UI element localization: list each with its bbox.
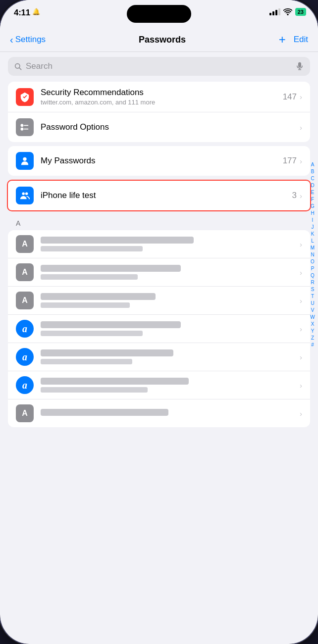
alpha-M[interactable]: M	[309, 245, 316, 251]
alphabet-index: A B C D E F G H I J K L M N O P Q R S T	[309, 161, 316, 348]
iphone-life-count: 3	[292, 191, 297, 200]
password-item-3[interactable]: A ›	[8, 287, 310, 315]
search-bar[interactable]: Search	[8, 57, 310, 76]
edit-button[interactable]: Edit	[294, 35, 308, 45]
alpha-A[interactable]: A	[309, 161, 316, 168]
password-name-4	[41, 321, 181, 328]
password-item-6[interactable]: a ›	[8, 371, 310, 399]
password-chevron-7: ›	[300, 409, 302, 418]
password-url-3	[41, 302, 130, 308]
password-name-2	[41, 265, 181, 272]
password-content-5	[41, 349, 296, 364]
page-title: Passwords	[139, 35, 186, 45]
svg-line-1	[19, 68, 21, 70]
password-chevron-2: ›	[300, 268, 302, 277]
alpha-B[interactable]: B	[309, 168, 316, 175]
alpha-S[interactable]: S	[309, 286, 316, 293]
alpha-J[interactable]: J	[309, 224, 316, 230]
amazon-a-icon: a	[22, 323, 27, 335]
alpha-D[interactable]: D	[309, 182, 316, 189]
security-recommendations-item[interactable]: Security Recommendations twitter.com, am…	[8, 82, 310, 112]
avatar-a-3: A	[16, 292, 34, 309]
amazon-a-icon-5: a	[22, 351, 27, 363]
alpha-C[interactable]: C	[309, 175, 316, 182]
status-right: 23	[269, 8, 306, 16]
security-count: 147	[283, 92, 297, 102]
password-item-7[interactable]: A ›	[8, 399, 310, 427]
back-chevron-icon: ‹	[10, 35, 13, 45]
password-url-2	[41, 274, 138, 280]
iphone-life-card[interactable]: iPhone life test 3 ›	[7, 180, 311, 211]
password-url-1	[41, 246, 143, 251]
microphone-icon[interactable]	[295, 62, 304, 71]
password-options-item[interactable]: Password Options ›	[8, 112, 310, 142]
alpha-I[interactable]: I	[309, 217, 316, 223]
battery-indicator: 23	[295, 8, 306, 16]
content-area: Security Recommendations twitter.com, am…	[0, 82, 318, 427]
security-right: 147 ›	[283, 92, 302, 102]
my-passwords-card: My Passwords 177 ›	[8, 146, 310, 176]
password-content-7	[41, 409, 296, 418]
dynamic-island	[127, 5, 191, 23]
search-placeholder: Search	[26, 61, 291, 71]
security-icon	[19, 92, 30, 102]
my-passwords-title: My Passwords	[41, 156, 283, 166]
password-content-2	[41, 265, 296, 280]
alpha-V[interactable]: V	[309, 307, 316, 313]
my-passwords-chevron-icon: ›	[300, 157, 302, 165]
alpha-T[interactable]: T	[309, 293, 316, 299]
my-passwords-content: My Passwords	[41, 156, 283, 166]
signal-bars	[269, 8, 280, 15]
top-card: Security Recommendations twitter.com, am…	[8, 82, 310, 142]
options-icon-bg	[16, 118, 34, 136]
group-icon	[19, 190, 30, 201]
password-chevron-5: ›	[300, 353, 302, 361]
alpha-K[interactable]: K	[309, 231, 316, 237]
alpha-N[interactable]: N	[309, 251, 316, 258]
alpha-Q[interactable]: Q	[309, 272, 316, 279]
section-header-a: A	[0, 215, 318, 230]
password-content-3	[41, 293, 296, 308]
iphone-life-item[interactable]: iPhone life test 3 ›	[8, 181, 310, 210]
my-passwords-item[interactable]: My Passwords 177 ›	[8, 146, 310, 176]
alpha-X[interactable]: X	[309, 321, 316, 327]
avatar-amazon-4: a	[16, 320, 34, 338]
options-chevron-icon: ›	[300, 123, 302, 132]
options-content: Password Options	[41, 122, 300, 132]
alpha-hash[interactable]: #	[309, 342, 316, 348]
password-list: A › A ›	[8, 230, 310, 427]
signal-bar-2	[272, 11, 274, 15]
add-button[interactable]: +	[279, 34, 286, 46]
iphone-life-content: iPhone life test	[41, 191, 292, 200]
avatar-amazon-5: a	[16, 348, 34, 366]
password-url-6	[41, 387, 148, 393]
alpha-W[interactable]: W	[309, 314, 316, 320]
password-name-1	[41, 237, 194, 244]
password-item-2[interactable]: A ›	[8, 258, 310, 287]
iphone-life-title: iPhone life test	[41, 191, 292, 200]
alpha-R[interactable]: R	[309, 279, 316, 286]
security-subtitle: twitter.com, amazon.com, and 111 more	[41, 99, 283, 106]
back-button[interactable]: ‹ Settings	[10, 35, 46, 45]
alpha-G[interactable]: G	[309, 203, 316, 209]
signal-bar-1	[269, 13, 271, 15]
alpha-P[interactable]: P	[309, 265, 316, 272]
alpha-L[interactable]: L	[309, 238, 316, 244]
alpha-E[interactable]: E	[309, 189, 316, 196]
password-item-4[interactable]: a ›	[8, 315, 310, 343]
password-item-5[interactable]: a ›	[8, 343, 310, 371]
alpha-Z[interactable]: Z	[309, 335, 316, 341]
alpha-U[interactable]: U	[309, 300, 316, 306]
options-title: Password Options	[41, 122, 300, 132]
alpha-O[interactable]: O	[309, 258, 316, 265]
password-item-1[interactable]: A ›	[8, 230, 310, 258]
svg-point-10	[23, 157, 26, 161]
alpha-H[interactable]: H	[309, 210, 316, 216]
password-url-4	[41, 331, 143, 336]
iphone-life-right: 3 ›	[292, 191, 302, 200]
alpha-F[interactable]: F	[309, 196, 316, 202]
nav-bar: ‹ Settings Passwords + Edit	[0, 30, 318, 52]
alpha-Y[interactable]: Y	[309, 328, 316, 334]
svg-rect-5	[24, 129, 28, 130]
avatar-a-1: A	[16, 235, 34, 253]
